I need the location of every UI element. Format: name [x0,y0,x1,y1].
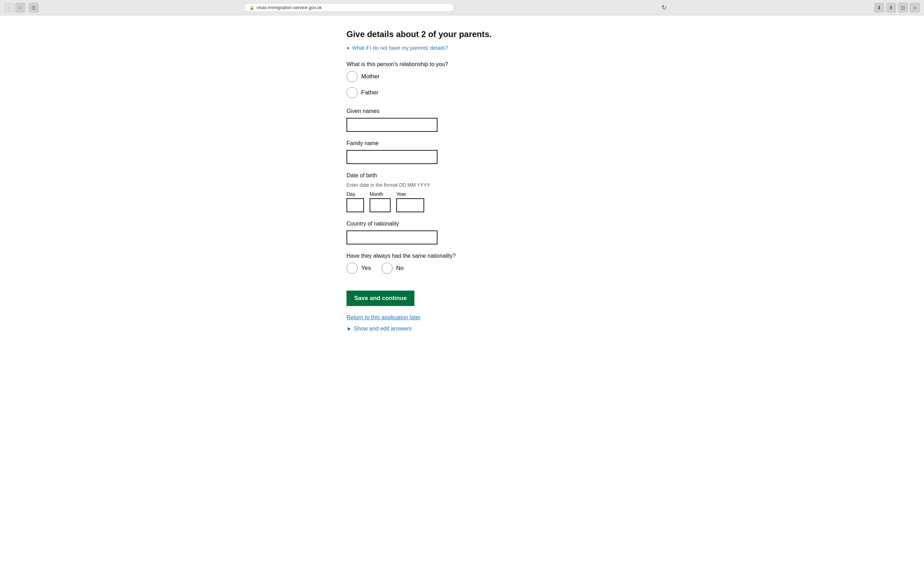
date-fields: Day Month Year [347,191,577,212]
dob-label: Date of birth [347,172,577,179]
father-radio[interactable] [347,87,358,98]
return-link[interactable]: Return to this application later [347,314,577,321]
zoom-icon: ⊡ [901,5,905,10]
save-continue-button[interactable]: Save and continue [347,290,414,306]
given-names-input[interactable] [347,118,438,132]
show-answers-triangle-icon: ► [347,326,352,332]
zoom-button[interactable]: ⊡ [898,3,908,13]
family-name-label: Family name [347,140,577,147]
month-group: Month [370,191,391,212]
nav-buttons: ‹ › [4,3,25,13]
year-label: Year [396,191,424,197]
forward-arrow-icon: › [19,5,21,10]
father-radio-item[interactable]: Father [347,87,577,98]
day-group: Day [347,191,364,212]
no-radio-item[interactable]: No [381,263,404,274]
same-nationality-group: Have they always had the same nationalit… [347,253,577,279]
reload-button[interactable]: ↻ [659,3,669,13]
browser-toolbar: ‹ › ⊡ 🔒 visas-immigration.service.gov.uk… [0,0,924,15]
tab-button[interactable]: ⊡ [29,3,39,13]
triangle-icon: ► [347,45,351,50]
no-radio[interactable] [381,263,393,274]
lock-icon: 🔒 [249,5,254,10]
address-bar[interactable]: 🔒 visas-immigration.service.gov.uk [244,3,454,12]
mother-radio[interactable] [347,71,358,82]
family-name-group: Family name [347,140,577,164]
dob-hint: Enter date in the format DD MM YYYY [347,182,577,188]
page-title: Give details about 2 of your parents. [347,29,577,39]
forward-button[interactable]: › [15,3,25,13]
yes-radio[interactable] [347,263,358,274]
show-answers-label: Show and edit answers [354,326,412,332]
share-icon: ⬆ [889,5,893,10]
dob-group: Date of birth Enter date in the format D… [347,172,577,212]
browser-actions: ⬇ ⬆ ⊡ + [874,3,920,13]
download-button[interactable]: ⬇ [874,3,884,13]
back-button[interactable]: ‹ [4,3,14,13]
dob-year-input[interactable] [396,198,424,212]
given-names-group: Given names [347,108,577,132]
download-icon: ⬇ [877,5,881,10]
add-tab-button[interactable]: + [910,3,920,13]
yes-label: Yes [361,265,371,272]
page-wrapper: Give details about 2 of your parents. ► … [0,15,924,577]
dob-month-input[interactable] [370,198,391,212]
nationality-input[interactable] [347,230,438,245]
month-label: Month [370,191,391,197]
same-nationality-label: Have they always had the same nationalit… [347,253,577,259]
family-name-input[interactable] [347,150,438,164]
reload-icon: ↻ [661,4,667,11]
add-tab-icon: + [913,5,916,10]
back-arrow-icon: ‹ [8,5,10,10]
mother-label: Mother [361,73,380,80]
share-button[interactable]: ⬆ [886,3,896,13]
relationship-label: What is this person's relationship to yo… [347,61,577,68]
yes-radio-item[interactable]: Yes [347,263,371,274]
relationship-group: What is this person's relationship to yo… [347,61,577,98]
nationality-group: Country of nationality [347,221,577,245]
day-label: Day [347,191,364,197]
nationality-label: Country of nationality [347,221,577,227]
details-link-text: What if I do not have my parents' detail… [352,45,448,51]
father-label: Father [361,89,378,96]
url-text: visas-immigration.service.gov.uk [257,5,322,10]
mother-radio-item[interactable]: Mother [347,71,577,82]
given-names-label: Given names [347,108,577,114]
details-link[interactable]: ► What if I do not have my parents' deta… [347,45,577,51]
tab-icon: ⊡ [31,5,36,10]
dob-day-input[interactable] [347,198,364,212]
main-content: Give details about 2 of your parents. ► … [339,29,585,332]
year-group: Year [396,191,424,212]
yes-no-group: Yes No [347,263,577,279]
no-label: No [396,265,404,272]
show-answers-link[interactable]: ► Show and edit answers [347,326,577,332]
